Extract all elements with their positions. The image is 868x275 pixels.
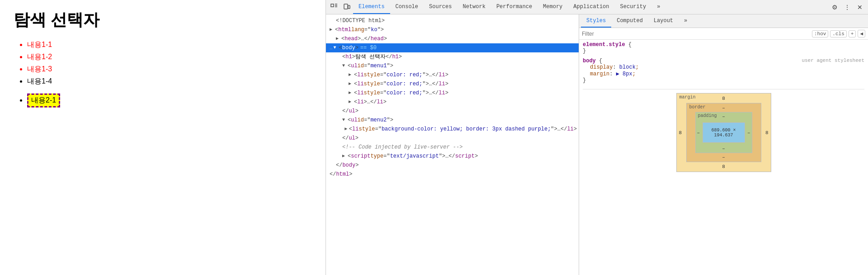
border-label: border bbox=[689, 105, 706, 110]
page-content: 탐색 선택자 내용1-1 내용1-2 내용1-3 내용1-4 내용2-1 bbox=[0, 0, 326, 275]
device-toolbar-icon[interactable] bbox=[340, 1, 353, 14]
dom-line-h1[interactable]: <h1>탐색 선택자</h1> bbox=[326, 52, 579, 61]
dom-line-ul1-close[interactable]: </ul> bbox=[326, 107, 579, 116]
close-icon[interactable]: ✕ bbox=[854, 1, 866, 14]
svg-rect-5 bbox=[348, 5, 350, 9]
margin-right-value: 8 bbox=[765, 130, 769, 135]
dom-line-li-yellow[interactable]: ▶ <li style="background-color: yellow; b… bbox=[326, 125, 579, 134]
padding-top-value: – bbox=[722, 114, 725, 119]
tab-sources[interactable]: Sources bbox=[424, 0, 457, 14]
list-item-highlighted: 내용2-1 bbox=[27, 93, 312, 107]
tab-performance[interactable]: Performance bbox=[491, 0, 538, 14]
cls-button[interactable]: .cls bbox=[830, 30, 846, 37]
dom-line-script[interactable]: ▶ <script type="text/javascript">…</scri… bbox=[326, 152, 579, 161]
styles-subtabs: Styles Computed Layout » bbox=[579, 14, 868, 28]
styles-filter-input[interactable] bbox=[582, 31, 812, 37]
dom-line-li2[interactable]: ▶ <li style="color: red;">…</li> bbox=[326, 79, 579, 89]
css-rule-body-close: } bbox=[583, 77, 864, 84]
filter-arrow-button[interactable]: ◀ bbox=[858, 30, 865, 37]
box-model-diagram: margin 8 8 8 8 border – – bbox=[676, 93, 771, 172]
margin-label: margin bbox=[679, 95, 696, 100]
tab-console[interactable]: Console bbox=[390, 0, 424, 14]
dom-line-ul2[interactable]: ▼ <ul id="menu2"> bbox=[326, 116, 579, 125]
dom-line-body-close[interactable]: </body> bbox=[326, 161, 579, 170]
add-style-button[interactable]: + bbox=[849, 30, 856, 37]
padding-right-value: – bbox=[747, 130, 750, 135]
subtab-more[interactable]: » bbox=[679, 14, 693, 28]
list-item: 내용1-4 bbox=[27, 77, 312, 86]
tab-security[interactable]: Security bbox=[615, 0, 652, 14]
dom-line-li4[interactable]: ▶ <li>…</li> bbox=[326, 98, 579, 107]
tab-application[interactable]: Application bbox=[568, 0, 614, 14]
triangle-icon[interactable]: ▶ bbox=[342, 152, 348, 160]
list-item: 내용1-1 bbox=[27, 40, 312, 50]
tab-more[interactable]: » bbox=[651, 0, 665, 14]
margin-left-value: 8 bbox=[679, 130, 682, 135]
inspect-icon[interactable] bbox=[328, 1, 340, 14]
triangle-icon[interactable]: ▶ bbox=[330, 26, 335, 34]
box-model-section: margin 8 8 8 8 border – – bbox=[583, 89, 864, 172]
devtools-panel: Elements Console Sources Network Perform… bbox=[326, 0, 868, 275]
padding-label: padding bbox=[698, 113, 717, 118]
subtab-layout[interactable]: Layout bbox=[648, 14, 679, 28]
border-top-value: – bbox=[722, 105, 725, 111]
css-rule-element-style: element.style { } bbox=[583, 42, 864, 54]
dom-line-body[interactable]: … ▼ <body> == $0 bbox=[326, 43, 579, 52]
content-size-label: 689.600 × 194.637 bbox=[703, 128, 745, 138]
svg-rect-4 bbox=[344, 4, 348, 9]
list-item: 내용1-2 bbox=[27, 52, 312, 62]
box-content: 689.600 × 194.637 bbox=[703, 122, 745, 143]
tab-elements[interactable]: Elements bbox=[353, 0, 390, 14]
padding-bottom-value: – bbox=[722, 146, 725, 151]
devtools-body: <!DOCTYPE html> ▶ <html lang="ko"> ▶ <he… bbox=[326, 14, 868, 275]
triangle-icon[interactable]: ▶ bbox=[349, 80, 354, 88]
css-rule-body: body { user agent stylesheet display: bl… bbox=[583, 58, 864, 84]
triangle-icon[interactable]: ▼ bbox=[334, 44, 339, 52]
triangle-icon[interactable]: ▶ bbox=[349, 89, 354, 97]
dom-line-doctype[interactable]: <!DOCTYPE html> bbox=[326, 16, 579, 25]
padding-left-value: – bbox=[697, 130, 700, 135]
tab-memory[interactable]: Memory bbox=[538, 0, 568, 14]
svg-rect-0 bbox=[331, 4, 334, 7]
triangle-icon[interactable]: ▼ bbox=[342, 116, 348, 124]
dom-line-ul2-close[interactable]: </ul> bbox=[326, 134, 579, 143]
dom-line-html-close[interactable]: </html> bbox=[326, 170, 579, 179]
dom-line-html[interactable]: ▶ <html lang="ko"> bbox=[326, 25, 579, 34]
css-prop-margin: margin: ▶ 8px; bbox=[583, 70, 864, 77]
hov-button[interactable]: :hov bbox=[812, 30, 828, 37]
highlighted-text: 내용2-1 bbox=[27, 93, 60, 107]
list-item: 내용1-3 bbox=[27, 65, 312, 74]
dom-panel: <!DOCTYPE html> ▶ <html lang="ko"> ▶ <he… bbox=[326, 14, 579, 275]
page-list-2: 내용2-1 bbox=[14, 93, 312, 107]
dom-line-li3[interactable]: ▶ <li style="color: red;">…</li> bbox=[326, 89, 579, 98]
border-bottom-value: – bbox=[722, 154, 725, 160]
page-list-1: 내용1-1 내용1-2 내용1-3 내용1-4 bbox=[14, 40, 312, 86]
margin-bottom-value: 8 bbox=[722, 164, 725, 169]
css-rule-body-selector-line: body { user agent stylesheet bbox=[583, 58, 864, 64]
app-container: 탐색 선택자 내용1-1 내용1-2 내용1-3 내용1-4 내용2-1 bbox=[0, 0, 868, 275]
dom-line-head[interactable]: ▶ <head>…</head> bbox=[326, 34, 579, 43]
settings-icon[interactable]: ⚙ bbox=[828, 1, 841, 14]
page-title: 탐색 선택자 bbox=[14, 9, 312, 31]
more-options-icon[interactable]: ⋮ bbox=[841, 1, 854, 14]
subtab-styles[interactable]: Styles bbox=[581, 14, 611, 28]
dom-line-ul1[interactable]: ▼ <ul id="menu1"> bbox=[326, 61, 579, 70]
css-rule-close: } bbox=[583, 48, 864, 54]
triangle-icon[interactable]: ▶ bbox=[349, 98, 354, 106]
triangle-icon[interactable]: ▶ bbox=[344, 125, 349, 133]
dom-line-comment[interactable]: <!-- Code injected by live-server --> bbox=[326, 143, 579, 152]
css-prop-display: display: block; bbox=[583, 64, 864, 70]
devtools-toolbar-right: ⚙ ⋮ ✕ bbox=[828, 1, 866, 14]
triangle-icon[interactable]: ▶ bbox=[349, 71, 354, 79]
devtools-tabs: Elements Console Sources Network Perform… bbox=[353, 0, 828, 14]
triangle-icon[interactable]: ▶ bbox=[336, 35, 341, 43]
tab-network[interactable]: Network bbox=[457, 0, 491, 14]
margin-top-value: 8 bbox=[722, 96, 725, 101]
subtab-computed[interactable]: Computed bbox=[611, 14, 648, 28]
dom-line-li1[interactable]: ▶ <li style="color: red;">…</li> bbox=[326, 70, 579, 79]
triangle-icon[interactable]: ▼ bbox=[342, 62, 348, 70]
styles-filter-bar: :hov .cls + ◀ bbox=[579, 28, 868, 40]
styles-content: element.style { } body { user agent styl… bbox=[579, 40, 868, 275]
styles-panel: Styles Computed Layout » :hov .cls + ◀ bbox=[579, 14, 868, 275]
styles-filter-right: :hov .cls + ◀ bbox=[812, 30, 865, 37]
